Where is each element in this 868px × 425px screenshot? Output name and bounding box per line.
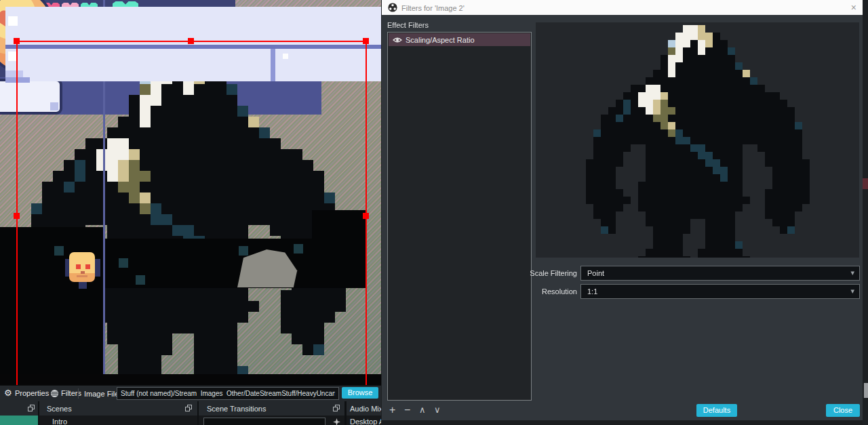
- preview-monster-sprite: [586, 25, 810, 258]
- browse-button[interactable]: Browse: [342, 387, 378, 399]
- skull-guy-eye: [85, 264, 90, 269]
- scale-filtering-value: Point: [587, 269, 604, 277]
- resolution-select[interactable]: 1:1 ▾: [580, 284, 860, 299]
- game-teal-pixel: [119, 258, 128, 268]
- gear-icon: ⚙: [4, 388, 12, 398]
- skull-guy-ear: [95, 259, 100, 277]
- game-speech-box: [0, 79, 62, 115]
- docks-row: Scenes Intro Scene Transitions: [0, 401, 381, 425]
- dock-header: [0, 401, 38, 416]
- audio-mixer-dock-title: Audio Mixer: [350, 405, 381, 413]
- effect-filters-list[interactable]: Scaling/Aspect Ratio: [387, 32, 532, 401]
- dialog-bottom-strip: [382, 420, 863, 425]
- background-window-sliver: [863, 0, 868, 425]
- add-filter-button[interactable]: +: [389, 404, 395, 416]
- move-filter-up-button[interactable]: ∧: [419, 405, 426, 415]
- scenes-dock-title: Scenes: [47, 405, 72, 413]
- dock-body: Intro: [39, 416, 197, 425]
- dialog-vertical-divider: [271, 49, 275, 81]
- chevron-down-icon: ▾: [850, 268, 854, 277]
- skull-guy-eye: [76, 264, 81, 269]
- scale-filtering-label: Scale Filtering: [477, 269, 577, 277]
- filters-dialog: Filters for 'Image 2' × Effect Filters S…: [382, 0, 863, 425]
- transition-properties-star-icon[interactable]: [333, 418, 340, 425]
- filter-item-scaling[interactable]: Scaling/Aspect Ratio: [389, 33, 530, 46]
- dock-header: Scene Transitions: [199, 401, 344, 416]
- obs-logo-icon: [388, 3, 397, 12]
- audio-source-desktop[interactable]: Desktop Audio: [350, 418, 381, 425]
- filters-icon: [50, 389, 59, 398]
- dialog-title: Filters for 'Image 2': [401, 4, 465, 12]
- skull-guy-mouth: [77, 275, 87, 277]
- game-teal-pixel: [54, 246, 64, 256]
- selection-handle[interactable]: [363, 213, 369, 219]
- game-teal-pixel: [294, 244, 303, 254]
- filter-preview: [536, 22, 859, 258]
- resolution-label: Resolution: [477, 287, 577, 296]
- dock-scene-transitions: Scene Transitions: [199, 401, 344, 425]
- source-toolbar: ⚙ Properties Filters Image File Browse: [0, 385, 381, 401]
- dock-scenes: Scenes Intro: [39, 401, 197, 425]
- close-button[interactable]: Close: [826, 404, 860, 417]
- move-filter-down-button[interactable]: ∨: [434, 405, 441, 415]
- image-file-path-input[interactable]: [117, 387, 339, 400]
- selection-handle[interactable]: [363, 38, 369, 44]
- dialog-shading: [5, 77, 30, 83]
- game-shadow-blob: [312, 210, 366, 288]
- defaults-button[interactable]: Defaults: [696, 404, 737, 417]
- dialog-shading: [5, 70, 23, 77]
- image-file-label: Image File: [84, 390, 119, 398]
- game-shadow-blob: [0, 227, 103, 385]
- selection-handle[interactable]: [188, 38, 194, 44]
- selection-handle[interactable]: [14, 213, 20, 219]
- selection-handle[interactable]: [14, 38, 20, 44]
- dock-header: Scenes: [39, 401, 197, 416]
- properties-button[interactable]: Properties: [15, 389, 49, 397]
- game-teal-pixel: [136, 275, 145, 285]
- toolbar-separator: [78, 388, 79, 399]
- transitions-dock-title: Scene Transitions: [207, 405, 266, 413]
- game-teal-pixel: [239, 246, 248, 256]
- resolution-value: 1:1: [587, 287, 597, 296]
- scene-item-intro[interactable]: Intro: [52, 418, 67, 425]
- dialog-dot: [283, 54, 288, 59]
- dialog-bullet: [8, 16, 18, 26]
- dock-audio-mixer: Audio Mixer Desktop Audio: [347, 401, 381, 425]
- close-icon[interactable]: ×: [851, 2, 856, 13]
- skull-guy-nose: [81, 271, 85, 274]
- dock-header: Audio Mixer: [347, 401, 381, 416]
- background-light-fragment: [864, 383, 868, 398]
- effect-filters-label: Effect Filters: [387, 21, 429, 29]
- chevron-down-icon: ▾: [850, 287, 854, 296]
- scene-preview[interactable]: [0, 0, 381, 385]
- skull-guy-head: [69, 252, 95, 282]
- background-red-fragment: [863, 178, 868, 189]
- dialog-titlebar[interactable]: Filters for 'Image 2' ×: [382, 0, 863, 15]
- popout-icon[interactable]: [28, 405, 35, 412]
- speech-shading: [50, 102, 58, 110]
- filter-item-label: Scaling/Aspect Ratio: [406, 36, 475, 44]
- scale-filtering-select[interactable]: Point ▾: [580, 266, 860, 281]
- dock-body: [0, 416, 38, 425]
- dialog-text-area: [5, 49, 381, 81]
- popout-icon[interactable]: [185, 405, 193, 412]
- obs-window: ⚙ Properties Filters Image File Browse: [0, 0, 868, 425]
- dock-sources: [0, 401, 38, 425]
- dock-body: [199, 416, 344, 425]
- remove-filter-button[interactable]: −: [404, 404, 410, 416]
- transition-select[interactable]: [203, 418, 326, 425]
- dock-body: Desktop Audio: [347, 416, 381, 425]
- selected-source-item[interactable]: [0, 416, 38, 425]
- game-bottom-strip: [0, 374, 381, 385]
- popout-icon[interactable]: [333, 405, 340, 412]
- visibility-eye-icon[interactable]: [393, 37, 402, 43]
